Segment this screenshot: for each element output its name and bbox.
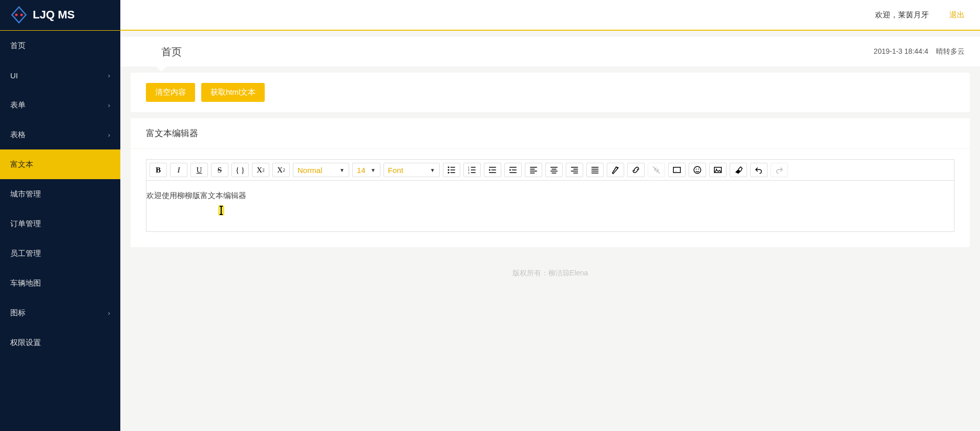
svg-rect-27 (551, 173, 556, 174)
font-select[interactable]: Font ▼ (384, 163, 440, 177)
svg-rect-24 (550, 167, 558, 168)
svg-text:3: 3 (467, 171, 469, 175)
sidebar-item-home[interactable]: 首页 (0, 31, 120, 60)
caret-down-icon: ▼ (371, 167, 376, 173)
sidebar-item-permissions[interactable]: 权限设置 (0, 328, 120, 357)
image-icon[interactable] (709, 163, 727, 177)
link-icon[interactable] (627, 163, 645, 177)
sidebar-item-label: 权限设置 (10, 338, 41, 348)
svg-rect-3 (450, 167, 455, 168)
breadcrumb-title: 首页 (120, 37, 202, 67)
list-bullet-icon[interactable] (443, 163, 460, 177)
svg-rect-21 (530, 169, 535, 170)
eraser-icon[interactable] (730, 163, 747, 177)
svg-rect-5 (450, 169, 455, 170)
svg-rect-31 (573, 173, 578, 174)
svg-rect-19 (509, 173, 517, 174)
align-center-icon[interactable] (545, 163, 563, 177)
svg-rect-23 (530, 173, 535, 174)
sidebar: 首页 UI › 表单 › 表格 › 富文本 城市管理 订单管理 员工管理 车辆地… (0, 31, 120, 431)
sidebar-item-icons[interactable]: 图标 › (0, 298, 120, 328)
text-cursor-icon (218, 205, 224, 216)
sidebar-item-label: 图标 (10, 308, 26, 318)
logo-icon (10, 6, 28, 24)
weather: 晴转多云 (936, 47, 965, 56)
svg-rect-7 (450, 173, 455, 174)
svg-rect-22 (530, 171, 537, 172)
svg-rect-28 (571, 167, 578, 168)
embed-icon[interactable]: .. (668, 163, 686, 177)
underline-icon[interactable]: U (190, 163, 208, 177)
superscript-icon[interactable]: X2 (252, 163, 269, 177)
header: LJQ MS 欢迎，莱茵月牙 退出 (0, 0, 980, 31)
strikethrough-icon[interactable]: S (211, 163, 228, 177)
editor-content: 欢迎使用柳柳版富文本编辑器 (146, 191, 954, 201)
svg-rect-29 (573, 169, 578, 170)
content: 首页 2019-1-3 18:44:4 晴转多云 清空内容 获取html文本 富… (120, 31, 980, 431)
editor-body[interactable]: 欢迎使用柳柳版富文本编辑器 (146, 181, 954, 232)
bold-icon[interactable]: B (150, 163, 167, 177)
svg-line-37 (653, 166, 660, 174)
color-icon[interactable] (607, 163, 624, 177)
svg-rect-34 (591, 171, 599, 172)
align-right-icon[interactable] (566, 163, 583, 177)
undo-icon[interactable] (750, 163, 768, 177)
align-justify-icon[interactable] (586, 163, 604, 177)
sidebar-item-label: UI (10, 71, 18, 80)
svg-rect-43 (714, 167, 721, 173)
svg-rect-13 (471, 173, 475, 174)
chevron-right-icon: › (108, 309, 110, 317)
svg-rect-11 (471, 169, 475, 170)
svg-point-1 (20, 13, 23, 16)
size-select[interactable]: 14 ▼ (352, 163, 380, 177)
sidebar-item-vehicle-map[interactable]: 车辆地图 (0, 268, 120, 298)
svg-point-41 (695, 169, 696, 170)
logout-link[interactable]: 退出 (949, 10, 965, 20)
svg-rect-15 (491, 169, 496, 170)
sidebar-item-form[interactable]: 表单 › (0, 90, 120, 120)
timestamp: 2019-1-3 18:44:4 (874, 47, 928, 56)
welcome-text: 欢迎，莱茵月牙 (875, 10, 929, 20)
sidebar-item-richtext[interactable]: 富文本 (0, 149, 120, 179)
sidebar-item-label: 城市管理 (10, 189, 41, 199)
sidebar-item-order[interactable]: 订单管理 (0, 209, 120, 239)
svg-rect-9 (471, 167, 475, 168)
svg-rect-18 (512, 169, 516, 170)
svg-point-0 (15, 13, 17, 16)
sidebar-item-staff[interactable]: 员工管理 (0, 239, 120, 268)
unlink-icon (648, 163, 665, 177)
caret-down-icon: ▼ (339, 167, 345, 173)
header-select[interactable]: Normal ▼ (293, 163, 349, 177)
sidebar-item-city[interactable]: 城市管理 (0, 179, 120, 209)
chevron-right-icon: › (108, 101, 110, 109)
svg-rect-17 (509, 167, 517, 168)
outdent-icon[interactable] (484, 163, 501, 177)
svg-point-6 (448, 172, 449, 174)
sidebar-item-label: 车辆地图 (10, 278, 41, 288)
sidebar-item-ui[interactable]: UI › (0, 60, 120, 90)
sidebar-item-table[interactable]: 表格 › (0, 120, 120, 149)
svg-rect-26 (550, 171, 558, 172)
breadcrumb-bar: 首页 2019-1-3 18:44:4 晴转多云 (120, 37, 980, 67)
italic-icon[interactable]: I (170, 163, 187, 177)
indent-icon[interactable] (504, 163, 522, 177)
svg-point-40 (694, 166, 701, 174)
svg-rect-30 (571, 171, 578, 172)
get-html-button[interactable]: 获取html文本 (201, 83, 265, 102)
sidebar-item-label: 表单 (10, 100, 26, 110)
list-ordered-icon[interactable]: 123 (463, 163, 481, 177)
subscript-icon[interactable]: X2 (272, 163, 290, 177)
emoji-icon[interactable] (689, 163, 706, 177)
header-right: 欢迎，莱茵月牙 退出 (120, 10, 980, 20)
svg-rect-14 (489, 167, 496, 168)
align-left-icon[interactable] (525, 163, 542, 177)
svg-rect-16 (489, 173, 496, 174)
chevron-right-icon: › (108, 131, 110, 139)
editor-toolbar: B I U S { } X2 X2 Normal ▼ 14 ▼ (146, 159, 954, 181)
clear-button[interactable]: 清空内容 (146, 83, 195, 102)
svg-rect-25 (551, 169, 556, 170)
svg-text:..: .. (675, 168, 677, 172)
code-block-icon[interactable]: { } (231, 163, 249, 177)
svg-rect-20 (530, 167, 537, 168)
svg-rect-33 (591, 169, 599, 170)
